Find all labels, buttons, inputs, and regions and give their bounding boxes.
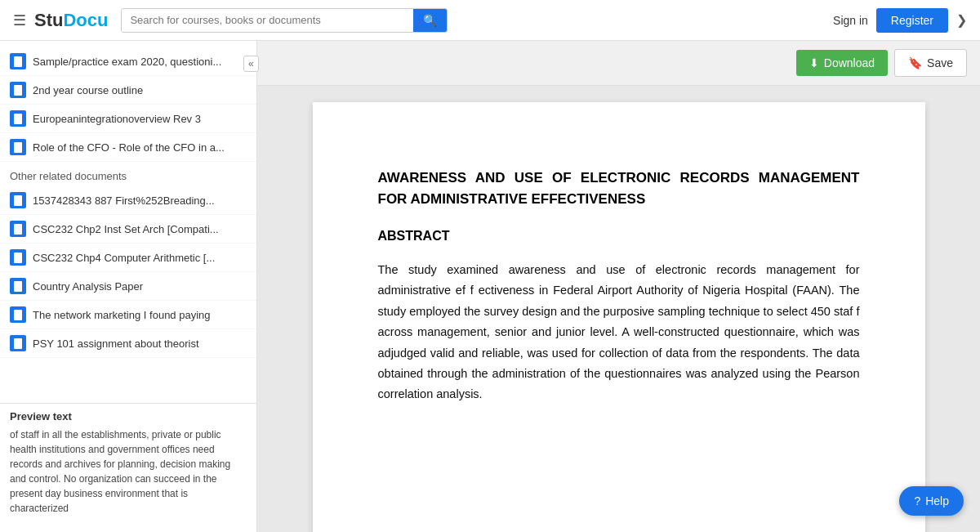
- other-doc-item[interactable]: PSY 101 assignment about theorist: [0, 329, 256, 358]
- related-doc-item[interactable]: Sample/practice exam 2020, questioni...: [0, 47, 256, 76]
- doc-icon: [10, 110, 26, 127]
- doc-icon: [10, 306, 26, 323]
- header: ☰ StuDocu 🔍 Sign in Register ❯: [0, 0, 980, 41]
- logo-stu: Stu: [34, 10, 63, 30]
- doc-icon: [10, 82, 26, 98]
- save-label: Save: [927, 56, 953, 69]
- doc-item-text: CSC232 Chp2 Inst Set Arch [Compati...: [33, 223, 219, 235]
- other-docs-list: 1537428343 887 First%252Breading...CSC23…: [0, 186, 256, 358]
- help-icon: ?: [914, 494, 920, 507]
- related-doc-item[interactable]: Europeanintegrationoverview Rev 3: [0, 105, 256, 133]
- search-input[interactable]: [122, 9, 413, 32]
- other-doc-item[interactable]: 1537428343 887 First%252Breading...: [0, 186, 256, 215]
- abstract-heading: ABSTRACT: [378, 229, 860, 244]
- other-section-label: Other related documents: [0, 162, 256, 186]
- doc-icon: [10, 221, 26, 237]
- content-area: ⬇ Download 🔖 Save AWARENESS AND USE OF E…: [257, 41, 980, 532]
- doc-item-text: Sample/practice exam 2020, questioni...: [33, 56, 221, 68]
- document-container[interactable]: AWARENESS AND USE OF ELECTRONIC RECORDS …: [257, 86, 980, 532]
- logo-docu: Docu: [63, 10, 108, 30]
- doc-item-text: 2nd year course outline: [33, 84, 143, 96]
- doc-icon: [10, 278, 26, 294]
- doc-icon: [10, 139, 26, 155]
- preview-scroll[interactable]: of staff in all the establishments, priv…: [10, 427, 247, 525]
- menu-icon[interactable]: ☰: [13, 11, 26, 29]
- doc-item-text: CSC232 Chp4 Computer Arithmetic [...: [33, 252, 215, 264]
- download-label: Download: [824, 56, 875, 69]
- preview-label: Preview text: [10, 410, 247, 422]
- document-body: The study examined awareness and use of …: [378, 260, 860, 405]
- save-button[interactable]: 🔖 Save: [894, 49, 967, 77]
- help-label: Help: [925, 494, 949, 507]
- document-page: AWARENESS AND USE OF ELECTRONIC RECORDS …: [313, 102, 925, 532]
- download-icon: ⬇: [809, 56, 819, 69]
- other-doc-item[interactable]: CSC232 Chp2 Inst Set Arch [Compati...: [0, 215, 256, 244]
- doc-item-text: Europeanintegrationoverview Rev 3: [33, 113, 201, 125]
- doc-icon: [10, 192, 26, 208]
- other-doc-item[interactable]: The network marketing I found paying: [0, 301, 256, 329]
- doc-item-text: Country Analysis Paper: [33, 280, 143, 293]
- logo[interactable]: StuDocu: [34, 10, 108, 31]
- main-container: « Sample/practice exam 2020, questioni..…: [0, 41, 980, 532]
- sidebar: « Sample/practice exam 2020, questioni..…: [0, 41, 257, 532]
- related-doc-item[interactable]: Role of the CFO - Role of the CFO in a..…: [0, 133, 256, 162]
- preview-section: Preview text of staff in all the establi…: [0, 403, 256, 532]
- document-title: AWARENESS AND USE OF ELECTRONIC RECORDS …: [378, 168, 860, 209]
- related-docs-list: Sample/practice exam 2020, questioni...2…: [0, 47, 256, 162]
- doc-item-text: Role of the CFO - Role of the CFO in a..…: [33, 141, 225, 154]
- search-bar: 🔍: [121, 8, 448, 33]
- sidebar-top: Sample/practice exam 2020, questioni...2…: [0, 41, 256, 403]
- download-button[interactable]: ⬇ Download: [796, 50, 888, 76]
- doc-icon: [10, 335, 26, 351]
- register-button[interactable]: Register: [876, 8, 948, 33]
- search-button[interactable]: 🔍: [413, 9, 447, 32]
- chevron-down-icon[interactable]: ❯: [956, 12, 967, 28]
- preview-text: of staff in all the establishments, priv…: [10, 427, 247, 516]
- related-doc-item[interactable]: 2nd year course outline: [0, 76, 256, 105]
- toolbar: ⬇ Download 🔖 Save: [257, 41, 980, 86]
- sign-in-button[interactable]: Sign in: [833, 14, 868, 27]
- doc-item-text: The network marketing I found paying: [33, 309, 211, 321]
- doc-item-text: PSY 101 assignment about theorist: [33, 338, 199, 350]
- save-icon: 🔖: [908, 56, 922, 69]
- doc-icon: [10, 249, 26, 266]
- header-right: Sign in Register ❯: [833, 8, 967, 33]
- doc-item-text: 1537428343 887 First%252Breading...: [33, 194, 215, 207]
- doc-icon: [10, 53, 26, 69]
- other-doc-item[interactable]: Country Analysis Paper: [0, 272, 256, 301]
- help-button[interactable]: ? Help: [899, 486, 964, 516]
- collapse-sidebar-button[interactable]: «: [243, 56, 257, 72]
- other-doc-item[interactable]: CSC232 Chp4 Computer Arithmetic [...: [0, 244, 256, 272]
